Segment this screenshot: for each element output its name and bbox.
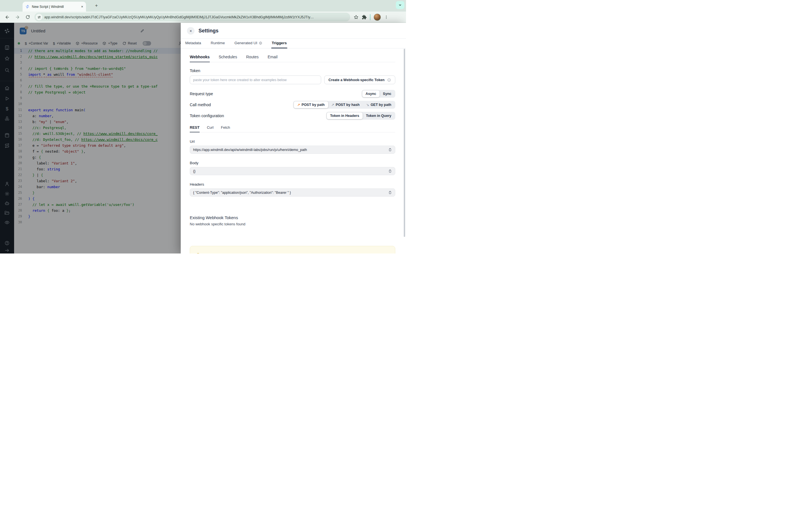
tab-routes[interactable]: Routes bbox=[246, 55, 259, 62]
sidebar-item-home-icon[interactable] bbox=[4, 86, 10, 91]
site-settings-icon[interactable] bbox=[36, 14, 42, 20]
window-chevron-button[interactable] bbox=[396, 1, 404, 9]
new-tab-button[interactable]: + bbox=[93, 2, 100, 9]
reload-button[interactable] bbox=[24, 13, 31, 21]
tab-generated-ui[interactable]: Generated UI bbox=[234, 39, 263, 48]
code-line[interactable]: 24 bar: number bbox=[14, 184, 181, 190]
headers-field[interactable]: { "Content-Type": "application/json", "A… bbox=[190, 188, 395, 196]
copy-clipboard-icon[interactable] bbox=[388, 148, 392, 152]
create-webhook-token-button[interactable]: Create a Webhook-specific Token bbox=[324, 75, 395, 84]
code-line[interactable]: 22 } | { bbox=[14, 172, 181, 178]
code-line[interactable]: 18 f = { nested: "object" }, bbox=[14, 149, 181, 154]
code-line[interactable]: 1// there are multiple modes to add as h… bbox=[14, 48, 181, 54]
edit-title-pencil-icon[interactable] bbox=[140, 29, 145, 33]
option-token-in-query[interactable]: Token in Query bbox=[363, 112, 395, 119]
url-bar[interactable]: app.windmill.dev/scripts/add#JTdCJTIyaGF… bbox=[35, 13, 350, 21]
tab-rest[interactable]: REST bbox=[190, 125, 200, 132]
add-variable-button[interactable]: $ +Variable bbox=[53, 41, 71, 45]
code-line[interactable]: 21 foo: string bbox=[14, 166, 181, 172]
sidebar-item-resources-cubes-icon[interactable] bbox=[4, 116, 10, 121]
tab-runtime[interactable]: Runtime bbox=[210, 39, 225, 48]
sidebar-expand-arrow-icon[interactable] bbox=[4, 248, 10, 253]
tab-triggers[interactable]: Triggers bbox=[271, 39, 287, 48]
code-line[interactable]: 30 bbox=[14, 219, 181, 225]
back-button[interactable] bbox=[4, 13, 11, 21]
sidebar-item-help-icon[interactable] bbox=[4, 240, 10, 246]
option-get-by-path[interactable]: ↘GET by path bbox=[363, 101, 395, 108]
code-line[interactable]: 17 e = "inferred type string from defaul… bbox=[14, 143, 181, 149]
tab-fetch[interactable]: Fetch bbox=[221, 125, 231, 132]
code-line[interactable]: 5import * as wmill from "windmill-client… bbox=[14, 71, 181, 77]
code-line[interactable]: 4// import { toWords } from "number-to-w… bbox=[14, 66, 181, 71]
option-async[interactable]: Async bbox=[362, 91, 380, 97]
sidebar-item-users-person-icon[interactable] bbox=[4, 181, 10, 187]
code-line[interactable]: 6 bbox=[14, 77, 181, 83]
code-line[interactable]: 29} bbox=[14, 214, 181, 219]
url-field[interactable]: https://app.windmill.dev/api/w/windmill-… bbox=[190, 146, 395, 154]
deployed-path-warning: Attached to a deployed path The webhooks… bbox=[190, 246, 395, 253]
code-line[interactable]: 11export async function main( bbox=[14, 107, 181, 113]
url-text[interactable]: app.windmill.dev/scripts/add#JTdCJTIyaGF… bbox=[44, 15, 349, 19]
assistant-person-icon[interactable] bbox=[178, 41, 181, 46]
tab-email[interactable]: Email bbox=[267, 55, 277, 62]
tab-close-icon[interactable]: × bbox=[81, 4, 83, 9]
forward-button[interactable] bbox=[14, 13, 21, 21]
drawer-scrollbar[interactable] bbox=[404, 49, 405, 237]
bookmark-star-icon[interactable] bbox=[354, 15, 359, 20]
browser-toolbar: app.windmill.dev/scripts/add#JTdCJTIyaGF… bbox=[0, 11, 406, 23]
copy-clipboard-icon[interactable] bbox=[388, 191, 392, 194]
code-line[interactable]: 9 bbox=[14, 95, 181, 101]
code-line[interactable]: 27 // let x = await wmill.getVariable('u… bbox=[14, 202, 181, 208]
code-line[interactable]: 12 a: number, bbox=[14, 113, 181, 119]
sidebar-item-schedules-calendar-icon[interactable] bbox=[4, 133, 10, 138]
sidebar-item-folders-icon[interactable] bbox=[4, 210, 10, 216]
code-line[interactable]: 7// fill the type, or use the +Resource … bbox=[14, 83, 181, 89]
code-line[interactable]: 8// type Postgresql = object bbox=[14, 89, 181, 95]
editor-toolbar: $ +Context Var $ +Variable +Resource +Ty… bbox=[14, 39, 181, 48]
code-line[interactable]: 23 label: "Variant 2", bbox=[14, 178, 181, 184]
code-line[interactable]: 2// https://www.windmill.dev/docs/gettin… bbox=[14, 54, 181, 60]
sidebar-item-workspace-icon[interactable] bbox=[4, 45, 10, 50]
sidebar-item-routes-icon[interactable] bbox=[4, 143, 10, 149]
code-line[interactable]: 25 } bbox=[14, 190, 181, 196]
code-line[interactable]: 28 return { foo: a }; bbox=[14, 208, 181, 214]
add-context-var-button[interactable]: $ +Context Var bbox=[25, 41, 48, 45]
sidebar-item-audit-eye-icon[interactable] bbox=[4, 220, 10, 225]
sidebar-item-settings-gear-icon[interactable] bbox=[4, 191, 10, 196]
close-drawer-button[interactable]: × bbox=[187, 27, 195, 35]
code-line[interactable]: 10 bbox=[14, 101, 181, 107]
token-input[interactable] bbox=[190, 75, 321, 84]
tab-webhooks[interactable]: Webhooks bbox=[190, 55, 210, 62]
tab-schedules[interactable]: Schedules bbox=[219, 55, 237, 62]
profile-avatar[interactable] bbox=[373, 13, 381, 21]
code-line[interactable]: 19 g: { bbox=[14, 154, 181, 160]
copy-clipboard-icon[interactable] bbox=[388, 169, 392, 173]
sidebar-item-variables-dollar-icon[interactable]: $ bbox=[6, 107, 8, 111]
script-title[interactable]: Untitled bbox=[31, 29, 45, 33]
tab-metadata[interactable]: Metadata bbox=[185, 39, 202, 48]
sidebar-item-search-icon[interactable] bbox=[4, 68, 10, 73]
code-line[interactable]: 16 //d: DynSelect_foo, // https://www.wi… bbox=[14, 136, 181, 143]
code-line[interactable]: 14 //c: Postgresql, bbox=[14, 125, 181, 131]
sidebar-item-runs-play-icon[interactable] bbox=[4, 96, 10, 101]
option-post-by-path[interactable]: ↗POST by path bbox=[294, 101, 328, 108]
add-type-button[interactable]: +Type bbox=[102, 41, 117, 45]
tab-curl[interactable]: Curl bbox=[207, 125, 214, 132]
code-line[interactable]: 3 bbox=[14, 60, 181, 66]
extensions-puzzle-icon[interactable] bbox=[362, 15, 367, 20]
add-resource-button[interactable]: +Resource bbox=[75, 41, 98, 45]
body-field[interactable]: {} bbox=[190, 167, 395, 175]
option-sync[interactable]: Sync bbox=[379, 91, 395, 97]
code-line[interactable]: 26) { bbox=[14, 196, 181, 202]
browser-tab[interactable]: New Script | Windmill × bbox=[22, 2, 86, 11]
option-post-by-hash[interactable]: ↗POST by hash bbox=[328, 101, 363, 108]
code-line[interactable]: 15 //d: wmill.S3Object, // https://www.w… bbox=[14, 131, 181, 136]
sidebar-item-favorites-star-icon[interactable] bbox=[4, 56, 10, 61]
sidebar-item-workers-robot-icon[interactable] bbox=[4, 201, 10, 206]
code-line[interactable]: 20 label: "Variant 1", bbox=[14, 160, 181, 166]
kebab-menu-icon[interactable] bbox=[384, 15, 389, 19]
code-line[interactable]: 13 b: "my" | "enum", bbox=[14, 119, 181, 125]
option-token-in-headers[interactable]: Token in Headers bbox=[327, 112, 363, 119]
reset-button[interactable]: Reset bbox=[122, 41, 137, 45]
ai-toggle[interactable] bbox=[143, 41, 151, 46]
